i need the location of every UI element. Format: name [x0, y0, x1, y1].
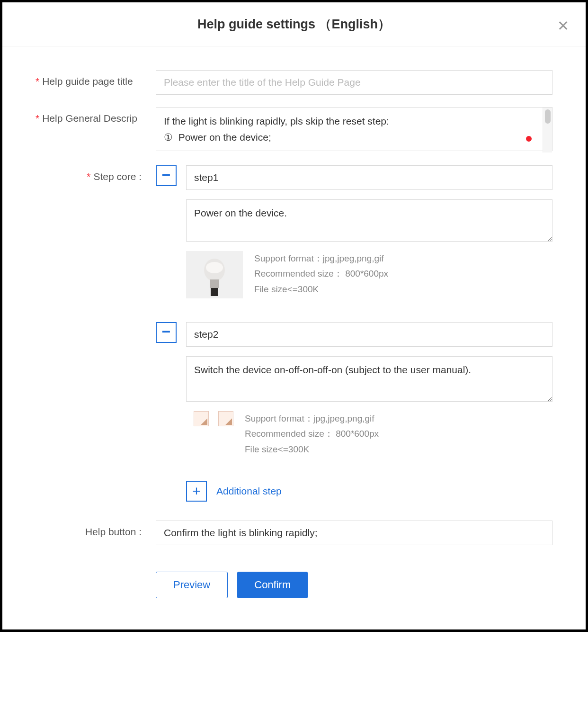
step-core-row: *Step core : −	[36, 165, 552, 502]
image-preview-1[interactable]	[186, 251, 243, 298]
close-button[interactable]: ✕	[557, 19, 569, 33]
minus-icon: −	[162, 324, 171, 339]
confirm-button[interactable]: Confirm	[237, 572, 308, 598]
step-block-1: −	[156, 165, 552, 298]
plus-icon: +	[192, 484, 201, 498]
bulb-icon	[200, 253, 229, 296]
remove-step-button-1[interactable]: −	[156, 165, 177, 186]
help-button-input[interactable]	[156, 521, 552, 545]
help-guide-modal: Help guide settings （English） ✕ *Help gu…	[0, 0, 588, 632]
general-desc-row: *Help General Descrip	[36, 107, 552, 153]
upload-slot-2[interactable]	[218, 411, 233, 426]
page-title-label: *Help guide page title	[36, 70, 156, 87]
step-core-label: *Step core :	[36, 165, 156, 182]
modal-title: Help guide settings （English）	[21, 16, 567, 33]
upload-row-1: Support format：jpg,jpeg,png,gif Recommen…	[186, 251, 552, 298]
upload-slot-1[interactable]	[194, 411, 209, 426]
required-mark: *	[36, 76, 39, 87]
required-mark: *	[87, 171, 90, 182]
step-desc-textarea-2[interactable]	[186, 356, 552, 402]
help-button-row: Help button :	[36, 521, 552, 545]
add-step-label[interactable]: Additional step	[216, 485, 282, 497]
preview-button[interactable]: Preview	[156, 572, 228, 598]
scrollbar[interactable]	[543, 108, 552, 153]
help-button-label: Help button :	[36, 521, 156, 538]
modal-body: *Help guide page title *Help General Des…	[2, 46, 586, 629]
step-title-input-2[interactable]	[186, 322, 552, 347]
page-title-input[interactable]	[156, 70, 552, 95]
upload-row-2: Support format：jpg,jpeg,png,gif Recommen…	[186, 411, 552, 457]
action-row: Preview Confirm	[36, 557, 552, 598]
svg-rect-2	[210, 279, 219, 288]
modal-header: Help guide settings （English） ✕	[2, 2, 586, 46]
step-desc-textarea-1[interactable]	[186, 199, 552, 242]
close-icon: ✕	[557, 18, 569, 34]
svg-rect-3	[211, 288, 218, 296]
upload-hints-2: Support format：jpg,jpeg,png,gif Recommen…	[245, 411, 379, 457]
remove-step-button-2[interactable]: −	[156, 322, 177, 343]
scroll-thumb[interactable]	[545, 109, 551, 124]
minus-icon: −	[162, 167, 171, 182]
svg-point-1	[206, 262, 223, 273]
add-step-row: + Additional step	[186, 481, 552, 502]
step-block-2: − Support format：jpg,j	[156, 322, 552, 457]
step-title-input-1[interactable]	[186, 165, 552, 190]
upload-hints-1: Support format：jpg,jpeg,png,gif Recommen…	[254, 251, 388, 297]
add-step-button[interactable]: +	[186, 481, 207, 502]
required-mark: *	[36, 113, 39, 124]
general-desc-textarea[interactable]	[156, 107, 552, 151]
general-desc-label: *Help General Descrip	[36, 107, 156, 124]
page-title-row: *Help guide page title	[36, 70, 552, 95]
